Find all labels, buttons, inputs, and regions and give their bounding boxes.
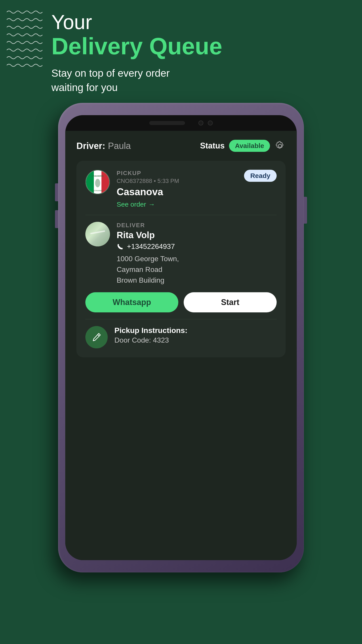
driver-text-label: Driver: [76, 141, 105, 151]
pickup-top: PICKUP CNO8372888 • 5:33 PM Casanova See… [117, 170, 277, 208]
pickup-order-id: CNO8372888 • 5:33 PM [117, 178, 244, 184]
header-your: Your [51, 11, 344, 33]
deliver-info: DELIVER Rita Volp +13452264937 1000 Geor… [117, 222, 277, 286]
status-label: Status [200, 141, 225, 150]
power-button [304, 197, 307, 224]
map-road [90, 230, 105, 234]
wave-decoration [7, 9, 42, 70]
restaurant-logo: CASANOVA RESTAURANT [85, 170, 110, 194]
header-section: Your Delivery Queue Stay on top of every… [51, 11, 344, 94]
start-button[interactable]: Start [184, 292, 277, 312]
arrow-right-icon: → [148, 200, 155, 208]
settings-icon[interactable] [274, 140, 286, 152]
phone-screen: Driver: Paula Status Available [65, 115, 297, 560]
driver-label: Driver: Paula [76, 141, 131, 151]
volume-up-button [55, 183, 58, 201]
action-buttons: Whatsapp Start [85, 292, 277, 312]
front-camera [198, 120, 203, 126]
notch-speaker [149, 121, 185, 125]
svg-text:CASANOVA: CASANOVA [92, 175, 103, 177]
phone-wrapper: Driver: Paula Status Available [27, 103, 335, 617]
app-content: Driver: Paula Status Available [65, 131, 297, 560]
deliver-tag: DELIVER [117, 222, 277, 229]
whatsapp-button[interactable]: Whatsapp [85, 292, 178, 312]
deliver-phone: +13452264937 [117, 242, 277, 251]
customer-name: Rita Volp [117, 230, 277, 240]
instructions-text: Pickup Instructions: Door Code: 4323 [114, 326, 277, 344]
divider-2 [85, 319, 277, 319]
status-section: Status Available [200, 140, 286, 152]
status-badge: Available [229, 140, 270, 152]
phone-number: +13452264937 [127, 242, 175, 251]
pickup-tag: PICKUP [117, 170, 244, 177]
notch-cameras [198, 120, 213, 126]
volume-down-button [55, 210, 58, 228]
ready-badge: Ready [244, 170, 277, 182]
header-delivery-queue: Delivery Queue [51, 33, 344, 59]
driver-header: Driver: Paula Status Available [76, 140, 286, 152]
pickup-restaurant-name: Casanova [117, 186, 244, 198]
instructions-title: Pickup Instructions: [114, 326, 277, 335]
phone-frame: Driver: Paula Status Available [58, 103, 304, 572]
map-thumbnail [85, 222, 110, 246]
map-visual [85, 222, 110, 246]
deliver-address: 1000 George Town, Cayman Road Brown Buil… [117, 253, 277, 286]
instructions-value: Door Code: 4323 [114, 336, 277, 344]
phone-icon [117, 243, 124, 250]
pickup-meta: PICKUP CNO8372888 • 5:33 PM Casanova See… [117, 170, 244, 208]
see-order-link[interactable]: See order → [117, 200, 244, 208]
phone-notch [65, 115, 297, 131]
pickup-info: PICKUP CNO8372888 • 5:33 PM Casanova See… [117, 170, 277, 208]
svg-text:RESTAURANT: RESTAURANT [92, 190, 103, 192]
deliver-section: DELIVER Rita Volp +13452264937 1000 Geor… [85, 222, 277, 286]
order-card: CASANOVA RESTAURANT PICKUP CNO8372888 • … [76, 161, 286, 357]
pickup-section: CASANOVA RESTAURANT PICKUP CNO8372888 • … [85, 170, 277, 208]
pencil-icon [91, 332, 102, 343]
svg-point-8 [95, 179, 100, 188]
header-subtitle: Stay on top of every order waiting for y… [51, 66, 344, 95]
driver-name: Paula [108, 141, 131, 151]
instructions-icon [85, 326, 108, 348]
front-sensor [208, 120, 213, 126]
pickup-instructions-section: Pickup Instructions: Door Code: 4323 [85, 326, 277, 348]
